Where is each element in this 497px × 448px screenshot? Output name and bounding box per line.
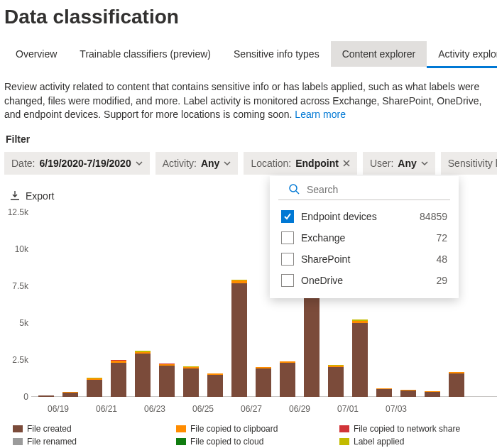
y-tick: 5k [0,318,28,328]
filter-user-value: Any [398,158,416,169]
legend-label: File created [27,424,72,434]
svg-point-0 [290,185,297,192]
checkbox-icon[interactable] [281,210,294,223]
bar-segment [183,368,199,397]
location-option-count: 84859 [420,211,447,222]
bar-segment [62,393,78,396]
x-tick: 06/27 [229,404,274,414]
dropdown-search-input[interactable] [305,183,440,196]
legend-item[interactable]: File renamed [13,437,155,447]
bar-segment [38,395,54,397]
bar-segment [256,368,271,397]
location-option-label: OneDrive [301,275,429,286]
y-tick: 7.5k [0,281,28,291]
checkbox-icon[interactable] [281,253,294,266]
y-tick: 12.5k [0,207,28,217]
legend-label: File copied to clipboard [190,424,278,434]
bar-segment [449,373,464,397]
filter-location[interactable]: Location: Endpoint [244,152,356,175]
chevron-down-icon [136,160,143,167]
tabs-bar: Overview Trainable classifiers (preview)… [0,41,497,67]
bar-segment [111,363,126,397]
filter-location-value: Endpoint [295,158,339,169]
search-icon [288,183,300,197]
bar-column[interactable] [204,373,226,397]
location-option[interactable]: Endpoint devices84859 [270,206,459,227]
filter-date-value: 6/19/2020-7/19/2020 [39,158,131,169]
tab-activity-explorer[interactable]: Activity explorer [427,41,497,67]
tab-content-explorer[interactable]: Content explorer [331,41,427,67]
filter-heading: Filter [6,133,497,145]
bar-segment [352,323,368,397]
bar-column[interactable] [132,351,153,397]
filter-sensitivity-label: Sensitivity label: [448,158,497,169]
legend-item[interactable]: File copied to clipboard [176,424,318,434]
bar-column[interactable] [277,361,298,397]
bar-column[interactable] [325,365,346,397]
filter-user-label: User: [370,158,393,169]
legend-swatch [339,438,349,445]
dropdown-search[interactable] [278,180,450,200]
legend-label: File copied to cloud [190,437,263,447]
bar-column[interactable] [253,367,274,397]
y-tick: 2.5k [0,355,28,365]
bar-segment [135,354,151,396]
bar-column[interactable] [108,360,129,396]
close-icon[interactable] [343,158,350,169]
location-dropdown: Endpoint devices84859Exchange72SharePoin… [270,176,459,298]
filter-activity-label: Activity: [163,158,197,169]
location-option[interactable]: OneDrive29 [270,270,459,291]
legend-swatch [13,425,23,432]
bar-segment [304,282,320,397]
location-option-label: Exchange [301,232,429,244]
legend-item[interactable]: Label applied [339,437,481,447]
chevron-down-icon [224,160,231,167]
tab-overview[interactable]: Overview [4,41,68,67]
bar-column[interactable] [60,392,81,397]
location-option-count: 29 [436,275,447,286]
tab-trainable-classifiers[interactable]: Trainable classifiers (preview) [68,41,222,67]
x-tick: 06/29 [277,404,322,414]
x-tick: 07/01 [325,404,371,414]
tab-sensitive-info-types[interactable]: Sensitive info types [222,41,331,67]
bar-column[interactable] [36,395,57,397]
location-option[interactable]: SharePoint48 [270,248,459,270]
bar-column[interactable] [229,280,250,397]
bar-segment [376,389,392,396]
filter-location-label: Location: [251,158,291,169]
bar-column[interactable] [84,378,105,397]
filter-activity[interactable]: Activity: Any [155,152,239,175]
bar-column[interactable] [349,319,371,397]
bar-column[interactable] [156,364,178,397]
location-option-label: SharePoint [301,253,429,265]
bar-segment [207,375,223,397]
legend-label: Label applied [354,437,404,447]
filter-activity-value: Any [201,158,219,169]
bar-column[interactable] [422,391,443,397]
bar-segment [328,367,344,397]
bar-column[interactable] [180,366,202,397]
location-option[interactable]: Exchange72 [270,227,459,248]
legend-swatch [13,438,23,445]
checkbox-icon[interactable] [281,274,294,287]
legend-item[interactable]: File copied to network share [339,424,481,434]
bar-column[interactable] [446,372,467,397]
learn-more-link[interactable]: Learn more [295,109,346,120]
chevron-down-icon [421,160,428,167]
legend-swatch [176,438,186,445]
description-body: Review activity related to content that … [4,81,481,120]
page-title: Data classification [4,6,497,28]
bar-column[interactable] [373,388,395,397]
legend-item[interactable]: File copied to cloud [176,437,318,447]
bar-segment [280,363,295,397]
filter-user[interactable]: User: Any [363,152,435,175]
x-tick: 06/23 [132,404,178,414]
filter-date[interactable]: Date: 6/19/2020-7/19/2020 [4,152,150,175]
filter-date-label: Date: [11,158,35,169]
bar-column[interactable] [398,390,419,396]
y-tick: 10k [0,244,28,254]
legend-item[interactable]: File created [13,424,155,434]
checkbox-icon[interactable] [281,231,294,244]
x-tick: 06/21 [84,404,129,414]
filter-sensitivity[interactable]: Sensitivity label: [441,152,497,175]
